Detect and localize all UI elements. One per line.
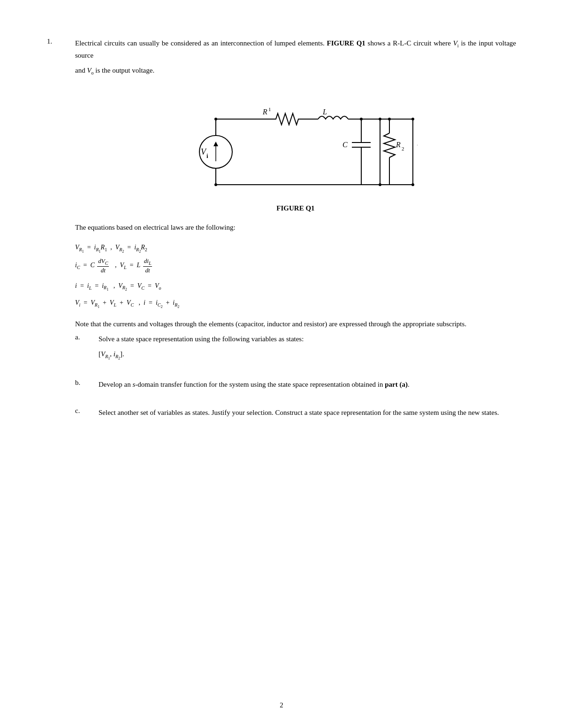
page-number: 2 bbox=[0, 701, 563, 709]
svg-text:1: 1 bbox=[268, 106, 271, 112]
svg-point-30 bbox=[379, 118, 381, 120]
question-1: 1. Electrical circuits can usually be co… bbox=[47, 38, 516, 435]
sub-b-label: b. bbox=[75, 379, 89, 394]
svg-text:R: R bbox=[262, 108, 267, 116]
question-content: Electrical circuits can usually be consi… bbox=[75, 38, 516, 435]
sub-a-vars: [VR1, iR2]. bbox=[99, 348, 516, 362]
equations-intro: The equations based on electrical laws a… bbox=[75, 222, 516, 233]
sub-b-content: Develop an s-domain transfer function fo… bbox=[99, 379, 516, 394]
figure-caption: FIGURE Q1 bbox=[276, 204, 314, 212]
svg-text:L: L bbox=[322, 108, 327, 116]
equation-2: iC = C dVC dt , VL = L diL bbox=[75, 257, 516, 274]
sub-c-label: c. bbox=[75, 407, 89, 422]
figure-container: V i R 1 L bbox=[75, 91, 516, 212]
intro-text-4: and Vo is the output voltage. bbox=[75, 67, 154, 74]
svg-text:2: 2 bbox=[402, 146, 404, 151]
svg-text:R: R bbox=[396, 141, 401, 149]
sub-item-a: a. Solve a state space representation us… bbox=[75, 333, 516, 366]
svg-point-33 bbox=[388, 118, 391, 120]
sub-a-label: a. bbox=[75, 333, 89, 366]
svg-text:C: C bbox=[342, 141, 348, 149]
svg-point-34 bbox=[411, 118, 414, 120]
question-number: 1. bbox=[47, 38, 66, 435]
svg-point-29 bbox=[214, 183, 217, 186]
sub-c-text: Select another set of variables as state… bbox=[99, 407, 516, 418]
sub-item-b: b. Develop an s-domain transfer function… bbox=[75, 379, 516, 394]
note-text: Note that the currents and voltages thro… bbox=[75, 318, 516, 330]
svg-point-32 bbox=[360, 118, 363, 120]
sub-a-text: Solve a state space representation using… bbox=[99, 333, 516, 345]
intro-paragraph: Electrical circuits can usually be consi… bbox=[75, 38, 516, 61]
svg-text:i: i bbox=[206, 152, 208, 159]
intro-paragraph-2: and Vo is the output voltage. bbox=[75, 65, 516, 77]
sub-c-content: Select another set of variables as state… bbox=[99, 407, 516, 422]
sub-item-c: c. Select another set of variables as st… bbox=[75, 407, 516, 422]
svg-point-35 bbox=[411, 183, 414, 186]
svg-text:V: V bbox=[417, 143, 418, 153]
svg-point-28 bbox=[214, 118, 217, 120]
page: 1. Electrical circuits can usually be co… bbox=[0, 0, 563, 728]
intro-text-1: Electrical circuits can usually be consi… bbox=[75, 39, 325, 47]
sub-a-content: Solve a state space representation using… bbox=[99, 333, 516, 366]
svg-marker-2 bbox=[213, 142, 218, 146]
equation-3: i = iL = iR1 , VR2 = VC = Vo bbox=[75, 279, 516, 294]
sub-b-text: Develop an s-domain transfer function fo… bbox=[99, 379, 516, 390]
figure-label-inline: FIGURE Q1 bbox=[327, 39, 365, 47]
svg-point-31 bbox=[379, 183, 381, 186]
equation-1: VR1 = iR1R1 , VR2 = iR2R2 bbox=[75, 240, 516, 255]
equation-4: Vi = VR1 + VL + VC , i = iC2 + iR2 bbox=[75, 296, 516, 311]
equations-block: VR1 = iR1R1 , VR2 = iR2R2 iC = C bbox=[75, 240, 516, 311]
circuit-diagram: V i R 1 L bbox=[174, 91, 418, 199]
